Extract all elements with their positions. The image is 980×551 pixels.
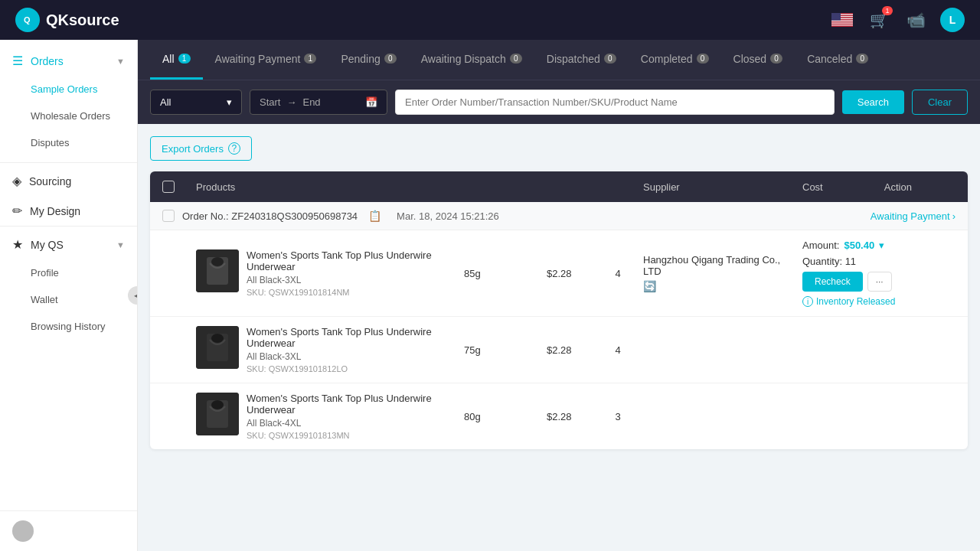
product-details-2: Women's Sports Tank Top Plus Underwire U… [247, 326, 458, 373]
table-row: Women's Sports Tank Top Plus Underwire U… [150, 230, 968, 317]
product-price-1: $2.28 [547, 268, 593, 279]
language-flag[interactable] [830, 8, 854, 32]
tab-awaiting-dispatch[interactable]: Awaiting Dispatch 0 [409, 40, 534, 80]
nav-icons: 🛒 1 📹 L [830, 8, 965, 32]
tab-bar: All 1 Awaiting Payment 1 Pending 0 Await… [138, 40, 980, 80]
date-range-picker[interactable]: Start → End 📅 [250, 90, 387, 115]
header-supplier: Supplier [643, 181, 796, 193]
product-price-3: $2.28 [547, 411, 593, 422]
orders-table: Products Supplier Cost Action Order No.:… [150, 171, 968, 449]
product-name-2: Women's Sports Tank Top Plus Underwire U… [247, 326, 458, 349]
tab-all-label: All [162, 53, 175, 65]
user-avatar[interactable]: L [940, 8, 965, 32]
profile-label: Profile [31, 267, 59, 279]
tab-completed-label: Completed [641, 53, 693, 65]
sidebar-item-my-design[interactable]: ✏ My Design [0, 196, 137, 226]
chevron-right-icon: › [952, 210, 956, 222]
product-qty-1: 4 [599, 268, 637, 279]
product-weight-2: 75g [464, 344, 541, 356]
quantity-label: Quantity: [802, 256, 845, 267]
search-button[interactable]: Search [842, 90, 904, 114]
sidebar-item-wholesale-orders[interactable]: Wholesale Orders [0, 103, 137, 129]
recheck-button[interactable]: Recheck [802, 272, 863, 292]
date-arrow: → [286, 96, 296, 108]
tab-all[interactable]: All 1 [150, 40, 203, 80]
orders-icon: ☰ [12, 54, 23, 68]
header-checkbox-col [162, 181, 190, 193]
more-options-button[interactable]: ··· [867, 272, 892, 292]
sidebar-item-sample-orders[interactable]: Sample Orders [0, 76, 137, 103]
tab-dispatched-badge: 0 [604, 54, 616, 64]
export-orders-button[interactable]: Export Orders ? [150, 136, 252, 161]
sidebar-item-sourcing[interactable]: ◈ Sourcing [0, 163, 137, 196]
us-flag-icon [831, 13, 853, 27]
product-sku-2: SKU: QSWX199101812LO [247, 364, 458, 373]
supplier-info: Hangzhou Qigang Trading Co., LTD 🔄 [643, 254, 796, 292]
sidebar-item-my-qs[interactable]: ★ My QS ▼ [0, 227, 137, 259]
product-name-3: Women's Sports Tank Top Plus Underwire U… [247, 393, 458, 416]
tab-closed[interactable]: Closed 0 [721, 40, 795, 80]
action-area: Amount: $50.40 ▾ Quantity: 11 Recheck ··… [802, 240, 956, 307]
video-button[interactable]: 📹 [903, 8, 928, 32]
tab-closed-badge: 0 [770, 54, 782, 64]
header-cost: Cost [802, 181, 823, 193]
logo-icon: Q [15, 8, 40, 32]
tab-completed-badge: 0 [697, 54, 709, 64]
main-content: Export Orders ? Products Supplier Cost [138, 124, 980, 461]
tab-canceled[interactable]: Canceled 0 [795, 40, 880, 80]
product-sku-1: SKU: QSWX199101814NM [247, 288, 458, 297]
status-filter-select[interactable]: All ▾ [150, 90, 242, 115]
sidebar-item-browsing-history[interactable]: Browsing History [0, 313, 137, 340]
svg-rect-14 [831, 26, 853, 27]
top-nav: Q QKsource [0, 0, 980, 40]
sidebar-item-profile[interactable]: Profile [0, 259, 137, 286]
sidebar-orders-section: ☰ Orders ▼ Sample Orders Wholesale Order… [0, 40, 137, 162]
info-icon: i [802, 296, 813, 307]
browsing-history-label: Browsing History [31, 321, 106, 332]
sidebar-item-wallet[interactable]: Wallet [0, 286, 137, 313]
product-details-3: Women's Sports Tank Top Plus Underwire U… [247, 393, 458, 440]
table-header: Products Supplier Cost Action [150, 171, 968, 202]
search-input[interactable] [395, 90, 835, 115]
qs-collapse-icon: ▼ [116, 240, 125, 249]
tab-dispatched[interactable]: Dispatched 0 [534, 40, 629, 80]
logo[interactable]: Q QKsource [15, 8, 119, 32]
copy-icon[interactable]: 📋 [368, 210, 381, 222]
sidebar-item-orders[interactable]: ☰ Orders ▼ [0, 46, 137, 76]
quantity-row: Quantity: 11 [802, 256, 956, 267]
filter-select-chevron: ▾ [227, 96, 232, 108]
tab-completed[interactable]: Completed 0 [629, 40, 721, 80]
tab-pending-label: Pending [341, 53, 380, 65]
tab-awaiting-payment[interactable]: Awaiting Payment 1 [203, 40, 329, 80]
tab-awaiting-payment-badge: 1 [304, 54, 316, 64]
product-info-3: Women's Sports Tank Top Plus Underwire U… [196, 393, 458, 440]
tab-canceled-badge: 0 [856, 54, 868, 64]
amount-row: Amount: $50.40 ▾ [802, 240, 956, 251]
filter-bar: All ▾ Start → End 📅 Search Clear [138, 80, 980, 124]
sidebar-item-disputes[interactable]: Disputes [0, 129, 137, 156]
wallet-label: Wallet [31, 294, 58, 305]
order-checkbox[interactable] [162, 210, 175, 222]
cart-button[interactable]: 🛒 1 [867, 8, 891, 32]
supplier-refresh-icon[interactable]: 🔄 [643, 280, 796, 292]
export-orders-label: Export Orders [162, 143, 224, 155]
header-cost-action: Cost Action [802, 181, 956, 193]
header-action: Action [884, 181, 912, 193]
table-row: Women's Sports Tank Top Plus Underwire U… [150, 317, 968, 383]
amount-dropdown-icon[interactable]: ▾ [879, 240, 884, 251]
tab-awaiting-payment-label: Awaiting Payment [215, 53, 301, 65]
clear-button[interactable]: Clear [912, 90, 968, 115]
content-area: All 1 Awaiting Payment 1 Pending 0 Await… [138, 40, 980, 551]
product-image-3 [196, 393, 239, 435]
tab-pending[interactable]: Pending 0 [328, 40, 408, 80]
select-all-checkbox[interactable] [162, 181, 175, 193]
product-image-2 [196, 326, 239, 369]
order-status-link[interactable]: Awaiting Payment › [871, 210, 956, 222]
cart-badge: 1 [882, 6, 893, 15]
product-weight-1: 85g [464, 268, 541, 279]
sidebar: ☰ Orders ▼ Sample Orders Wholesale Order… [0, 40, 138, 551]
product-variant-2: All Black-3XL [247, 351, 458, 362]
product-qty-3: 3 [599, 411, 637, 422]
product-image-1 [196, 249, 239, 292]
product-img-svg-3 [196, 393, 239, 435]
